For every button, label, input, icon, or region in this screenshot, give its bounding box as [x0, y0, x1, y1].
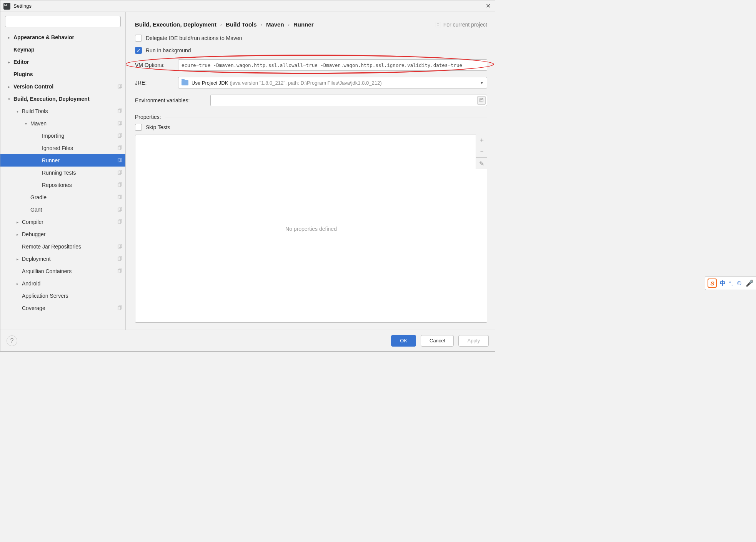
caret-icon: ▾ [8, 97, 13, 101]
tree-item-repositories[interactable]: Repositories [0, 179, 125, 191]
tree-item-arquillian-containers[interactable]: Arquillian Containers [0, 265, 125, 277]
list-icon [479, 98, 484, 103]
tree-item-gradle[interactable]: Gradle [0, 191, 125, 203]
app-icon [3, 3, 10, 10]
apply-button[interactable]: Apply [458, 335, 489, 347]
project-scope-icon [117, 256, 122, 262]
scope-label: For current project [436, 22, 487, 28]
tree-item-importing[interactable]: Importing [0, 130, 125, 142]
tree-item-appearance-behavior[interactable]: ▸Appearance & Behavior [0, 31, 125, 43]
properties-label: Properties: [135, 114, 161, 120]
tree-item-label: Repositories [42, 182, 117, 188]
edit-property-button[interactable]: ✎ [476, 158, 487, 169]
window-title: Settings [13, 3, 484, 9]
project-scope-icon [117, 219, 122, 225]
delegate-checkbox[interactable] [135, 35, 142, 42]
tree-item-application-servers[interactable]: Application Servers [0, 290, 125, 302]
tree-item-gant[interactable]: Gant [0, 203, 125, 216]
tree-item-maven[interactable]: ▾Maven [0, 117, 125, 130]
jre-row: JRE: Use Project JDK (java version "1.8.… [135, 77, 487, 88]
vm-options-input[interactable]: ecure=true -Dmaven.wagon.http.ssl.allowa… [178, 59, 487, 71]
delegate-label: Delegate IDE build/run actions to Maven [146, 35, 242, 41]
skip-tests-checkbox[interactable] [135, 124, 142, 131]
tree-item-debugger[interactable]: ▸Debugger [0, 228, 125, 240]
breadcrumb-part[interactable]: Build Tools [226, 21, 257, 28]
background-checkbox[interactable]: ✓ [135, 47, 142, 54]
jre-value-strong: Use Project JDK [191, 80, 228, 86]
caret-icon: ▸ [17, 282, 22, 286]
vm-options-value: ecure=true -Dmaven.wagon.http.ssl.allowa… [182, 62, 462, 68]
folder-icon [182, 80, 188, 85]
tree-item-coverage[interactable]: Coverage [0, 302, 125, 314]
tree-item-label: Maven [30, 120, 117, 127]
chevron-right-icon: › [288, 22, 290, 27]
tree-item-deployment[interactable]: ▸Deployment [0, 253, 125, 265]
background-row: ✓ Run in background [135, 47, 487, 54]
footer: ? OK Cancel Apply [0, 330, 495, 351]
breadcrumb: Build, Execution, Deployment › Build Too… [135, 21, 487, 28]
tree-item-remote-jar-repositories[interactable]: Remote Jar Repositories [0, 240, 125, 253]
delegate-row: Delegate IDE build/run actions to Maven [135, 35, 487, 42]
tree-item-label: Runner [42, 157, 117, 163]
tree-item-plugins[interactable]: Plugins [0, 68, 125, 80]
tree-item-label: Importing [42, 133, 117, 139]
close-icon[interactable]: ✕ [484, 2, 492, 10]
search-wrap: ▾ [0, 16, 125, 31]
tree-item-editor[interactable]: ▸Editor [0, 56, 125, 68]
jre-label: JRE: [135, 80, 178, 86]
tree-item-label: Plugins [13, 71, 122, 77]
env-row: Environment variables: [135, 95, 487, 106]
svg-line-34 [480, 98, 483, 100]
remove-property-button[interactable]: － [476, 146, 487, 158]
tree-item-label: Coverage [22, 305, 117, 311]
add-property-button[interactable]: ＋ [476, 135, 487, 146]
tree-item-label: Build, Execution, Deployment [13, 96, 122, 102]
tree-item-compiler[interactable]: ▸Compiler [0, 216, 125, 228]
project-scope-icon [117, 244, 122, 249]
background-label: Run in background [146, 47, 191, 53]
tree-item-android[interactable]: ▸Android [0, 277, 125, 290]
env-input[interactable] [210, 95, 487, 106]
settings-tree[interactable]: ▸Appearance & BehaviorKeymap▸EditorPlugi… [0, 31, 125, 330]
tree-item-build-tools[interactable]: ▾Build Tools [0, 105, 125, 117]
properties-toolbar: ＋ － ✎ [476, 135, 487, 169]
tree-item-label: Running Tests [42, 170, 117, 176]
tree-item-keymap[interactable]: Keymap [0, 43, 125, 56]
breadcrumb-part[interactable]: Build, Execution, Deployment [135, 21, 216, 28]
caret-icon: ▾ [25, 122, 30, 126]
tree-item-runner[interactable]: Runner [0, 154, 125, 167]
tree-item-label: Remote Jar Repositories [22, 243, 117, 250]
skip-tests-row: Skip Tests [135, 124, 487, 131]
project-scope-icon [117, 133, 122, 138]
tree-item-label: Gant [30, 207, 117, 213]
caret-icon: ▸ [17, 257, 22, 261]
tree-item-ignored-files[interactable]: Ignored Files [0, 142, 125, 154]
tree-item-build-execution-deployment[interactable]: ▾Build, Execution, Deployment [0, 93, 125, 105]
project-scope-icon [117, 207, 122, 212]
tree-item-version-control[interactable]: ▸Version Control [0, 80, 125, 93]
caret-icon: ▸ [8, 85, 13, 89]
properties-section: Properties: [135, 114, 487, 120]
tree-item-running-tests[interactable]: Running Tests [0, 167, 125, 179]
project-scope-icon [117, 108, 122, 114]
ok-button[interactable]: OK [391, 335, 416, 347]
env-browse-button[interactable] [477, 96, 486, 105]
project-scope-icon [117, 182, 122, 188]
project-scope-icon [117, 121, 122, 126]
project-scope-icon [117, 84, 122, 89]
project-scope-icon [117, 170, 122, 175]
divider [165, 117, 487, 117]
search-input[interactable] [5, 16, 121, 27]
cancel-button[interactable]: Cancel [421, 335, 454, 347]
breadcrumb-part[interactable]: Maven [266, 21, 284, 28]
jre-select[interactable]: Use Project JDK (java version "1.8.0_212… [178, 77, 487, 88]
tree-item-label: Keymap [13, 47, 122, 53]
chevron-right-icon: › [220, 22, 222, 27]
tree-item-label: Ignored Files [42, 145, 117, 151]
help-button[interactable]: ? [7, 335, 17, 346]
caret-icon: ▾ [17, 109, 22, 113]
properties-panel: No properties defined ＋ － ✎ [135, 135, 487, 323]
properties-empty-text: No properties defined [285, 226, 337, 232]
jre-value-detail: (java version "1.8.0_212", path: D:\Prog… [230, 80, 381, 86]
project-scope-icon [117, 145, 122, 151]
